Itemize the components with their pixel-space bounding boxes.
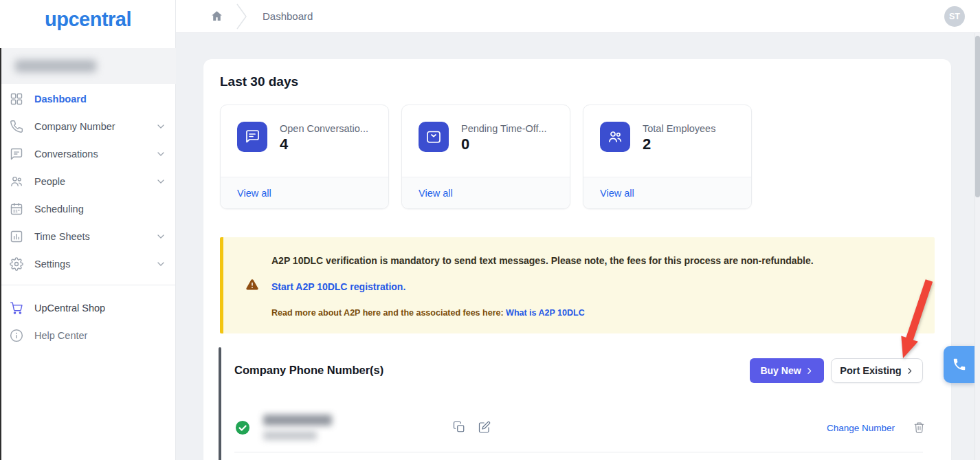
sidebar-item-time-sheets[interactable]: Time Sheets bbox=[0, 223, 176, 250]
redacted-phone-name bbox=[263, 415, 332, 426]
sidebar-item-conversations[interactable]: Conversations bbox=[0, 140, 176, 168]
cart-icon bbox=[10, 301, 23, 315]
card-footer: View all bbox=[402, 177, 570, 208]
port-existing-label: Port Existing bbox=[840, 365, 901, 376]
stat-label: Total Employees bbox=[643, 123, 715, 134]
verified-check-icon bbox=[235, 420, 250, 435]
main-area: Last 30 days Open Conversatio... 4 View … bbox=[176, 33, 980, 460]
row-divider bbox=[234, 452, 923, 452]
stat-label: Pending Time-Off... bbox=[461, 123, 547, 134]
chat-bubble-icon bbox=[237, 122, 267, 152]
sidebar-item-label: UpCentral Shop bbox=[34, 303, 166, 314]
buy-new-button[interactable]: Buy New bbox=[750, 358, 824, 383]
top-header: Dashboard ST bbox=[176, 0, 980, 33]
org-name-strip bbox=[0, 48, 176, 84]
sidebar-item-label: Dashboard bbox=[34, 94, 166, 105]
stat-card-open-conversations: Open Conversatio... 4 View all bbox=[220, 105, 389, 209]
stat-card-total-employees: Total Employees 2 View all bbox=[583, 105, 752, 209]
redacted-company-name bbox=[15, 60, 96, 72]
brand-logo: upcentral bbox=[0, 8, 176, 31]
chevron-down-icon bbox=[155, 149, 166, 160]
phone-handset-icon bbox=[952, 357, 967, 372]
phone-section-title: Company Phone Number(s) bbox=[234, 364, 383, 377]
sidebar-item-label: People bbox=[34, 176, 155, 187]
trash-icon[interactable] bbox=[913, 421, 925, 436]
employees-icon bbox=[600, 122, 630, 152]
scrollbar-track[interactable] bbox=[975, 33, 980, 460]
gear-icon bbox=[10, 257, 23, 271]
time-off-icon bbox=[419, 122, 449, 152]
stat-value: 0 bbox=[461, 135, 547, 153]
sidebar-footer-nav: UpCentral Shop Help Center bbox=[0, 294, 176, 349]
warning-icon bbox=[245, 278, 259, 292]
people-icon bbox=[10, 175, 23, 188]
a2p-read-more-text: Read more about A2P here and the associa… bbox=[271, 308, 585, 318]
calendar-icon bbox=[10, 202, 23, 216]
stat-label: Open Conversatio... bbox=[280, 123, 368, 134]
sidebar-item-settings[interactable]: Settings bbox=[0, 250, 176, 278]
chevron-down-icon bbox=[155, 121, 166, 132]
window-edge-line bbox=[0, 48, 1, 460]
sidebar-item-label: Time Sheets bbox=[34, 231, 155, 242]
a2p-warning-text: A2P 10DLC verification is mandatory to s… bbox=[271, 255, 917, 266]
change-number-link[interactable]: Change Number bbox=[827, 423, 893, 433]
phone-icon bbox=[10, 120, 23, 133]
sidebar-nav: Dashboard Company Number Conversations P… bbox=[0, 85, 176, 278]
a2p-warning-banner: A2P 10DLC verification is mandatory to s… bbox=[220, 237, 935, 333]
what-is-a2p-link[interactable]: What is A2P 10DLC bbox=[506, 308, 585, 318]
sidebar-item-label: Scheduling bbox=[34, 204, 166, 215]
a2p-read-more-prefix: Read more about A2P here and the associa… bbox=[271, 308, 506, 318]
chat-icon bbox=[10, 147, 23, 161]
scrollbar-thumb[interactable] bbox=[975, 36, 980, 197]
sidebar-item-people[interactable]: People bbox=[0, 168, 176, 195]
stat-value: 2 bbox=[643, 135, 715, 153]
sidebar: upcentral Dashboard Company Number Conve… bbox=[0, 0, 176, 460]
view-all-link[interactable]: View all bbox=[419, 188, 453, 199]
dashboard-panel: Last 30 days Open Conversatio... 4 View … bbox=[203, 59, 951, 460]
sidebar-item-dashboard[interactable]: Dashboard bbox=[0, 85, 176, 113]
redacted-phone-number bbox=[263, 431, 317, 440]
section-accent-bar bbox=[219, 347, 221, 460]
stat-card-pending-time-off: Pending Time-Off... 0 View all bbox=[401, 105, 570, 209]
view-all-link[interactable]: View all bbox=[600, 188, 634, 199]
avatar[interactable]: ST bbox=[944, 6, 965, 27]
sidebar-item-company-number[interactable]: Company Number bbox=[0, 113, 176, 140]
timesheet-icon bbox=[10, 230, 23, 243]
edit-icon[interactable] bbox=[478, 421, 491, 436]
breadcrumb: Dashboard bbox=[263, 10, 313, 22]
a2p-registration-link[interactable]: Start A2P 10DLC registration. bbox=[271, 281, 405, 292]
sidebar-item-upcentral-shop[interactable]: UpCentral Shop bbox=[0, 294, 176, 322]
chevron-down-icon bbox=[155, 231, 166, 242]
info-icon bbox=[10, 329, 23, 342]
sidebar-item-scheduling[interactable]: Scheduling bbox=[0, 195, 176, 223]
grid-icon bbox=[10, 92, 23, 106]
chevron-right-icon bbox=[905, 366, 914, 375]
chevron-right-icon bbox=[805, 366, 814, 375]
sidebar-item-label: Conversations bbox=[34, 149, 155, 160]
page-title: Last 30 days bbox=[220, 74, 298, 89]
sidebar-item-label: Company Number bbox=[34, 121, 155, 132]
stat-value: 4 bbox=[280, 135, 368, 153]
phone-fab-button[interactable] bbox=[944, 346, 975, 383]
home-icon[interactable] bbox=[210, 10, 223, 23]
sidebar-item-label: Help Center bbox=[34, 330, 166, 341]
stat-cards-row: Open Conversatio... 4 View all Pending bbox=[220, 105, 752, 209]
card-footer: View all bbox=[583, 177, 751, 208]
annotation-arrow bbox=[888, 277, 939, 363]
sidebar-item-help-center[interactable]: Help Center bbox=[0, 322, 176, 349]
copy-icon[interactable] bbox=[453, 421, 465, 436]
buy-new-label: Buy New bbox=[760, 365, 801, 376]
breadcrumb-separator bbox=[236, 3, 247, 30]
sidebar-divider bbox=[0, 285, 176, 285]
sidebar-item-label: Settings bbox=[34, 259, 155, 270]
view-all-link[interactable]: View all bbox=[237, 188, 271, 199]
card-footer: View all bbox=[221, 177, 388, 208]
chevron-down-icon bbox=[155, 259, 166, 270]
chevron-down-icon bbox=[155, 176, 166, 187]
